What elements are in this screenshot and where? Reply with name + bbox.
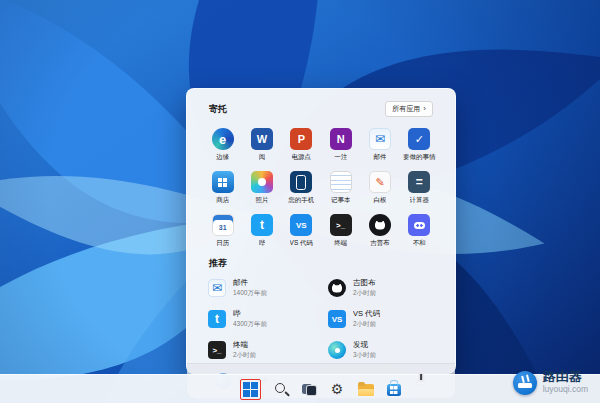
vscode-icon xyxy=(328,310,346,328)
github-icon xyxy=(328,279,346,297)
pinned-apps-grid: 边缘 阅 电源点 一注 邮件 要做的事情 商店 照片 xyxy=(203,124,439,250)
pinned-app-twitter[interactable]: 哔 xyxy=(242,210,281,250)
pinned-app-your-phone[interactable]: 您的手机 xyxy=(282,167,321,207)
mail-icon xyxy=(208,279,226,297)
watermark-url: luyouqi.com xyxy=(543,385,588,395)
pinned-app-notepad[interactable]: 记事本 xyxy=(321,167,360,207)
start-menu-panel: 寄托 所有应用 › 边缘 阅 电源点 一注 邮件 要做的事情 xyxy=(186,88,456,374)
pinned-app-label: 照片 xyxy=(255,196,268,205)
recommended-item-title: VS 代码 xyxy=(353,309,380,319)
recommended-item-time: 2小时前 xyxy=(233,351,256,360)
chevron-right-icon: › xyxy=(423,105,426,113)
pinned-app-todo[interactable]: 要做的事情 xyxy=(400,124,439,164)
recommended-item-twitter[interactable]: 哔 4300万年前 xyxy=(203,306,319,332)
pinned-app-label: 吉普布 xyxy=(370,239,390,248)
discord-icon xyxy=(408,214,430,236)
powerpoint-icon xyxy=(290,128,312,150)
whiteboard-icon xyxy=(369,171,391,193)
pinned-app-label: 商店 xyxy=(216,196,229,205)
pinned-app-calendar[interactable]: 日历 xyxy=(203,210,242,250)
pinned-app-label: 日历 xyxy=(216,239,229,248)
onenote-icon xyxy=(330,128,352,150)
pinned-app-terminal[interactable]: 终端 xyxy=(321,210,360,250)
recommended-item-title: 终端 xyxy=(233,340,256,350)
your-phone-icon xyxy=(290,171,312,193)
pinned-app-label: 哔 xyxy=(259,239,266,248)
file-explorer-icon[interactable] xyxy=(358,384,374,396)
recommended-item-time: 3小时前 xyxy=(353,351,376,360)
pinned-app-photos[interactable]: 照片 xyxy=(242,167,281,207)
recommended-section-title: 推荐 xyxy=(209,257,433,270)
pinned-app-label: 边缘 xyxy=(216,153,229,162)
watermark-title: 路由器 xyxy=(543,370,588,385)
twitter-icon xyxy=(251,214,273,236)
pinned-app-mail[interactable]: 邮件 xyxy=(360,124,399,164)
photos-icon xyxy=(251,171,273,193)
pinned-app-store[interactable]: 商店 xyxy=(203,167,242,207)
recommended-item-title: 吉图布 xyxy=(353,278,376,288)
notepad-icon xyxy=(330,171,352,193)
pinned-app-label: 白板 xyxy=(373,196,386,205)
pinned-app-label: 计算器 xyxy=(410,196,430,205)
all-apps-label: 所有应用 xyxy=(392,104,420,114)
terminal-icon xyxy=(330,214,352,236)
pinned-section-title: 寄托 xyxy=(209,103,227,116)
pinned-app-whiteboard[interactable]: 白板 xyxy=(360,167,399,207)
recommended-item-time: 1400万年前 xyxy=(233,289,267,298)
pinned-app-label: 要做的事情 xyxy=(403,153,436,162)
all-apps-button[interactable]: 所有应用 › xyxy=(385,101,433,117)
pinned-app-label: 您的手机 xyxy=(288,196,314,205)
mail-icon xyxy=(369,128,391,150)
site-watermark: 路由器 luyouqi.com xyxy=(513,370,588,395)
calculator-icon xyxy=(408,171,430,193)
pinned-app-label: VS 代码 xyxy=(290,239,313,248)
task-view-icon[interactable] xyxy=(302,382,317,397)
recommended-item-discover[interactable]: 发现 3小时前 xyxy=(323,337,439,363)
recommended-grid: 邮件 1400万年前 吉图布 2小时前 哔 4300万年前 VS 代码 2小时前 xyxy=(203,275,439,363)
taskbar xyxy=(0,374,600,403)
github-icon xyxy=(369,214,391,236)
recommended-item-time: 4300万年前 xyxy=(233,320,267,329)
pinned-app-powerpoint[interactable]: 电源点 xyxy=(282,124,321,164)
recommended-item-vscode[interactable]: VS 代码 2小时前 xyxy=(323,306,439,332)
pinned-app-vscode[interactable]: VS 代码 xyxy=(282,210,321,250)
pinned-app-label: 一注 xyxy=(334,153,347,162)
discover-icon xyxy=(328,341,346,359)
vscode-icon xyxy=(290,214,312,236)
twitter-icon xyxy=(208,310,226,328)
recommended-item-github[interactable]: 吉图布 2小时前 xyxy=(323,275,439,301)
settings-gear-icon[interactable] xyxy=(330,382,345,397)
recommended-item-time: 2小时前 xyxy=(353,320,380,329)
pinned-header-row: 寄托 所有应用 › xyxy=(209,101,433,117)
pinned-app-discord[interactable]: 不和 xyxy=(400,210,439,250)
pinned-app-label: 邮件 xyxy=(373,153,386,162)
pinned-app-edge[interactable]: 边缘 xyxy=(203,124,242,164)
edge-icon xyxy=(212,128,234,150)
todo-icon xyxy=(408,128,430,150)
terminal-icon xyxy=(208,341,226,359)
calendar-icon xyxy=(212,214,234,236)
recommended-item-mail[interactable]: 邮件 1400万年前 xyxy=(203,275,319,301)
pinned-app-label: 不和 xyxy=(413,239,426,248)
pinned-app-label: 记事本 xyxy=(331,196,351,205)
store-icon xyxy=(212,171,234,193)
pinned-app-github[interactable]: 吉普布 xyxy=(360,210,399,250)
pinned-app-word[interactable]: 阅 xyxy=(242,124,281,164)
taskbar-icon-group xyxy=(240,379,401,400)
recommended-item-terminal[interactable]: 终端 2小时前 xyxy=(203,337,319,363)
microsoft-store-icon[interactable] xyxy=(387,384,401,396)
recommended-item-title: 邮件 xyxy=(233,278,267,288)
pinned-app-label: 终端 xyxy=(334,239,347,248)
pinned-app-label: 阅 xyxy=(259,153,266,162)
pinned-app-calculator[interactable]: 计算器 xyxy=(400,167,439,207)
pinned-app-onenote[interactable]: 一注 xyxy=(321,124,360,164)
recommended-item-title: 哔 xyxy=(233,309,267,319)
router-logo-icon xyxy=(513,371,537,395)
recommended-item-title: 发现 xyxy=(353,340,376,350)
pinned-app-label: 电源点 xyxy=(292,153,312,162)
start-button-icon[interactable] xyxy=(243,382,258,397)
search-icon[interactable] xyxy=(274,382,289,397)
annotation-highlight-box xyxy=(240,379,261,400)
word-icon xyxy=(251,128,273,150)
recommended-item-time: 2小时前 xyxy=(353,289,376,298)
